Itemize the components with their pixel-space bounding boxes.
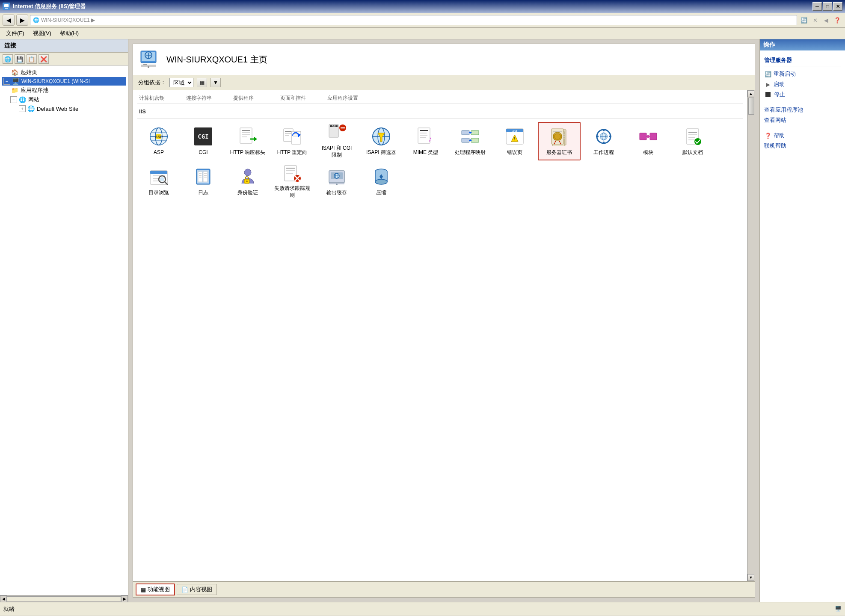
svg-rect-51: [471, 130, 479, 135]
status-text: 就绪: [3, 605, 15, 613]
help-button[interactable]: ❓: [832, 15, 842, 25]
icon-item-handler[interactable]: 处理程序映射: [449, 122, 492, 160]
icon-item-worker[interactable]: 工作进程: [582, 122, 625, 160]
menu-view[interactable]: 视图(V): [30, 29, 55, 38]
tab-feature-view[interactable]: ▦ 功能视图: [136, 583, 175, 595]
icon-item-http-headers[interactable]: HTTP 响应标头: [226, 122, 269, 160]
icons-grid: ASP ASP CGI CGI: [137, 122, 743, 201]
tab-content-view[interactable]: 📄 内容视图: [177, 584, 217, 595]
icon-item-dir-browse[interactable]: 目录浏览: [137, 162, 180, 201]
sidebar-tool-globe[interactable]: 🌐: [3, 54, 13, 64]
icon-label-cgi: CGI: [199, 149, 208, 156]
menu-help[interactable]: 帮助(H): [56, 29, 82, 38]
svg-rect-52: [471, 138, 479, 142]
action-stop-label: 停止: [774, 91, 785, 98]
group-view-button2[interactable]: ▼: [211, 78, 221, 87]
svg-text:CGI: CGI: [332, 125, 336, 127]
icon-item-output-cache[interactable]: 输出缓存: [315, 162, 358, 201]
icon-item-auth[interactable]: 身份验证: [226, 162, 269, 201]
group-label: 分组依据：: [138, 79, 166, 86]
col-appsettings: 应用程序设置: [327, 95, 366, 102]
icon-item-isapi-filter[interactable]: ISAPI 筛选器: [360, 122, 403, 160]
action-online-help-label: 联机帮助: [764, 142, 786, 150]
sidebar-toolbar: 🌐 💾 📋 ❌: [0, 53, 128, 66]
tree-expand-server[interactable]: −: [3, 78, 10, 85]
icons-container: 计算机密钥 连接字符串 提供程序 页面和控件 应用程序设置 IIS: [133, 90, 747, 581]
auth-icon: [237, 166, 258, 187]
cgi-box: CGI: [194, 127, 212, 145]
scroll-up-button[interactable]: ▲: [747, 90, 754, 97]
action-spacer1: [764, 100, 841, 105]
nav-back2-button[interactable]: ◀: [821, 15, 831, 25]
forward-button[interactable]: ▶: [16, 15, 28, 26]
icon-item-isapi-cgi[interactable]: CGI ISAPI 和 CGI 限制: [315, 122, 358, 160]
tree-expand-default-site[interactable]: +: [19, 105, 26, 112]
sidebar-tool-save[interactable]: 💾: [15, 54, 25, 64]
sidebar-tool-new[interactable]: 📋: [27, 54, 37, 64]
refresh-button[interactable]: 🔄: [799, 15, 809, 25]
scroll-down-button[interactable]: ▼: [747, 574, 754, 581]
tree-item-start[interactable]: 🏠 起始页: [2, 68, 126, 77]
tree-label-apppool: 应用程序池: [21, 86, 48, 94]
svg-rect-97: [150, 171, 167, 174]
title-bar-buttons: ─ □ ✕: [812, 2, 842, 11]
main-layout: 连接 🌐 💾 📋 ❌ 🏠 起始页 − 🖥️ WIN-SIURXQXOUE1 (W…: [0, 39, 845, 602]
tree-item-default-site[interactable]: + 🌐 Default Web Site: [2, 104, 126, 113]
feature-view-label: 功能视图: [148, 586, 170, 593]
icon-item-server-cert[interactable]: 服务器证书: [538, 122, 581, 160]
close-button[interactable]: ✕: [833, 2, 842, 11]
icon-label-http-headers: HTTP 响应标头: [230, 149, 265, 156]
icon-item-cgi[interactable]: CGI CGI: [182, 122, 225, 160]
action-restart[interactable]: 🔄 重新启动: [764, 69, 841, 79]
minimize-button[interactable]: ─: [812, 2, 822, 11]
icon-item-modules[interactable]: 模块: [627, 122, 670, 160]
action-online-help[interactable]: 联机帮助: [764, 141, 841, 151]
svg-rect-1: [4, 4, 9, 7]
tree-item-server[interactable]: − 🖥️ WIN-SIURXQXOUE1 (WIN-SIU: [2, 77, 126, 86]
icon-item-compress[interactable]: 压缩: [360, 162, 403, 201]
scrollbar-thumb[interactable]: [748, 98, 754, 115]
action-help[interactable]: ❓ 帮助: [764, 130, 841, 141]
nav-right-btns: 🔄 ✕ ◀ ❓: [799, 15, 842, 25]
svg-rect-80: [596, 136, 599, 137]
content-header: WIN-SIURXQXOUE1 主页: [133, 44, 755, 75]
tree-item-sites[interactable]: − 🌐 网站: [2, 95, 126, 104]
icon-item-default-doc[interactable]: 默认文档: [671, 122, 714, 160]
sidebar-scroll-right[interactable]: ▶: [121, 595, 128, 602]
scrollbar-track[interactable]: [747, 97, 755, 574]
maximize-button[interactable]: □: [823, 2, 832, 11]
tree-expand-sites[interactable]: −: [10, 96, 17, 103]
default-doc-icon: [682, 126, 703, 147]
icon-item-asp[interactable]: ASP ASP: [137, 122, 180, 160]
address-prefix: 🌐: [33, 17, 39, 23]
col-page: 页面和控件: [280, 95, 319, 102]
action-view-apppool[interactable]: 查看应用程序池: [764, 105, 841, 115]
action-view-sites[interactable]: 查看网站: [764, 115, 841, 125]
tree-label-sites: 网站: [28, 96, 39, 104]
back-button[interactable]: ◀: [3, 15, 15, 26]
sidebar-scroll-left[interactable]: ◀: [0, 595, 7, 602]
status-icon: 🖥️: [835, 606, 842, 612]
isapi-filter-icon: [371, 126, 391, 147]
icon-item-logging[interactable]: 日志: [182, 162, 225, 201]
content-panel: WIN-SIURXQXOUE1 主页 分组依据： 区域 无 ▦ ▼ 计算机密钥: [133, 44, 755, 598]
tree-item-apppool[interactable]: 📁 应用程序池: [2, 86, 126, 95]
vertical-scrollbar[interactable]: ▲ ▼: [747, 90, 755, 581]
action-stop[interactable]: 停止: [764, 89, 841, 100]
menu-file[interactable]: 文件(F): [3, 29, 28, 38]
action-start[interactable]: ▶ 启动: [764, 79, 841, 89]
svg-rect-107: [203, 172, 208, 182]
stop-button[interactable]: ✕: [810, 15, 820, 25]
sidebar-scrollbar-track[interactable]: [7, 596, 121, 601]
group-view-button[interactable]: ▦: [197, 78, 207, 87]
icon-item-http-redirect[interactable]: HTTP 重定向: [271, 122, 314, 160]
content-title: WIN-SIURXQXOUE1 主页: [166, 54, 267, 65]
icon-label-dir-browse: 目录浏览: [148, 190, 169, 196]
group-select[interactable]: 区域 无: [169, 78, 193, 87]
right-panel-title: 操作: [760, 39, 845, 50]
icon-item-error-page[interactable]: 404 ! 错误页: [493, 122, 536, 160]
feature-view-icon: ▦: [141, 586, 146, 593]
sidebar-tool-delete[interactable]: ❌: [39, 54, 49, 64]
icon-item-failed-req[interactable]: 失败请求跟踪规则: [271, 162, 314, 201]
icon-item-mime-type[interactable]: ♪ MIME 类型: [404, 122, 447, 160]
